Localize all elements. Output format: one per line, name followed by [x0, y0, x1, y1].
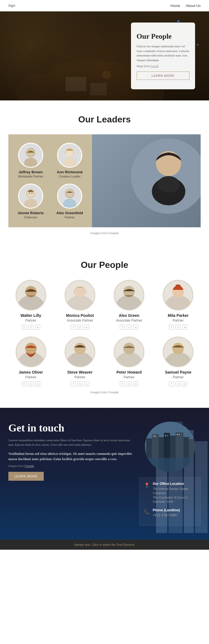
- linkedin-icon[interactable]: in: [133, 381, 138, 386]
- person-card-samuel: Samuel Payne Partner f ◻ in: [156, 337, 201, 386]
- linkedin-icon[interactable]: in: [35, 325, 40, 330]
- hero-description: Ultrices leo integer malesuada nunc vel …: [137, 44, 189, 62]
- leader-name-jeffrey: Jeffrey Brown: [14, 170, 47, 174]
- hero-section: Our People Ultrices leo integer malesuad…: [0, 11, 209, 100]
- contact-learn-more-button[interactable]: LEARN MORE: [8, 472, 44, 481]
- leader-title-jennie: Chairman: [14, 216, 47, 219]
- facebook-icon[interactable]: f: [169, 325, 174, 330]
- person-card-alex-green: Alex Green Associate Partner f ◻ in: [107, 280, 152, 330]
- instagram-icon[interactable]: ◻: [77, 381, 82, 386]
- person-avatar-mila: [163, 280, 193, 310]
- facebook-icon[interactable]: f: [71, 381, 76, 386]
- facebook-icon[interactable]: f: [120, 325, 125, 330]
- facebook-icon[interactable]: f: [71, 325, 76, 330]
- hero-card: Our People Ultrices leo integer malesuad…: [131, 23, 195, 89]
- svg-point-56: [25, 343, 37, 354]
- linkedin-icon[interactable]: in: [182, 381, 187, 386]
- person-name-james: James Oliver: [8, 370, 53, 374]
- instagram-icon[interactable]: ◻: [127, 381, 132, 386]
- leader-name-ann: Ann Richmond: [53, 170, 86, 174]
- leader-avatar-jennie: [18, 184, 43, 209]
- instagram-icon[interactable]: ◻: [77, 325, 82, 330]
- phone-label: Phone (Landline): [153, 508, 180, 512]
- facebook-icon[interactable]: f: [22, 381, 27, 386]
- nav-about[interactable]: About Us: [186, 4, 201, 8]
- svg-point-54: [176, 284, 181, 287]
- instagram-icon[interactable]: ◻: [28, 325, 33, 330]
- linkedin-icon[interactable]: in: [84, 381, 89, 386]
- hero-title: Our People: [137, 32, 189, 41]
- svg-point-37: [31, 193, 33, 194]
- svg-rect-92: [145, 458, 195, 472]
- contact-left: Get in touch Laoreet suspendisse interdu…: [8, 422, 139, 526]
- linkedin-icon[interactable]: in: [35, 381, 40, 386]
- linkedin-icon[interactable]: in: [182, 325, 187, 330]
- person-card-peter: Peter Howard Partner f ◻ in: [107, 337, 152, 386]
- leader-title-jeffrey: Worldwide Partner: [14, 175, 47, 178]
- leader-title-ann: Creative Leader: [53, 175, 86, 178]
- people-grid: Walter Lilly Partner f ◻ in Monica Pouli…: [8, 280, 201, 386]
- svg-rect-8: [90, 83, 107, 95]
- leaders-photo: [92, 134, 201, 227]
- phone-icon: 📞: [144, 509, 150, 515]
- person-avatar-monica: [65, 280, 95, 310]
- person-avatar-walter: [16, 280, 46, 310]
- leader-card-alex-g: Alex Greenfield Partner: [53, 184, 86, 219]
- person-avatar-steve: [65, 337, 95, 367]
- office-label: Our Office Location: [153, 482, 196, 486]
- leader-name-alex-g: Alex Greenfield: [53, 211, 86, 215]
- facebook-icon[interactable]: f: [169, 381, 174, 386]
- svg-rect-87: [155, 436, 156, 437]
- contact-bold-text: Vestibulum lorem sed risus ultrices tris…: [8, 451, 134, 462]
- svg-point-4: [9, 74, 32, 97]
- svg-point-60: [123, 343, 135, 354]
- leader-avatar-alex-g: [57, 184, 82, 209]
- instagram-icon[interactable]: ◻: [176, 381, 181, 386]
- navigation: logo Home About Us: [0, 0, 209, 11]
- instagram-icon[interactable]: ◻: [127, 325, 132, 330]
- svg-point-31: [63, 158, 76, 167]
- facebook-icon[interactable]: f: [120, 381, 125, 386]
- svg-point-49: [74, 286, 86, 298]
- social-icons-samuel: f ◻ in: [156, 381, 201, 386]
- person-name-mila: Mila Parker: [156, 313, 201, 318]
- person-avatar-james: [16, 337, 46, 367]
- svg-rect-89: [167, 435, 168, 436]
- person-role-monica: Associate Partner: [57, 319, 102, 322]
- svg-point-28: [24, 158, 37, 167]
- instagram-icon[interactable]: ◻: [28, 381, 33, 386]
- social-icons-mila: f ◻ in: [156, 325, 201, 330]
- linkedin-icon[interactable]: in: [133, 325, 138, 330]
- person-card-monica: Monica Pouliot Associate Partner f ◻ in: [57, 280, 102, 330]
- office-company: The Interior Design Studio Company: [153, 487, 196, 495]
- contact-description: Laoreet suspendisse interdum consectetur…: [8, 438, 134, 447]
- people-title: Our People: [8, 260, 201, 270]
- svg-rect-86: [153, 436, 154, 437]
- person-card-james: James Oliver Partner f ◻ in: [8, 337, 53, 386]
- person-name-steve: Steve Weaver: [57, 370, 102, 374]
- footer: Sample text. Click to select the Text El…: [0, 540, 209, 550]
- instagram-icon[interactable]: ◻: [176, 325, 181, 330]
- contact-image-credit: Images from Freepik: [8, 465, 134, 468]
- people-section: Our People Walter Lilly Partner f ◻ in: [0, 249, 209, 408]
- linkedin-icon[interactable]: in: [84, 325, 89, 330]
- person-avatar-peter: [114, 337, 144, 367]
- hero-learn-more-button[interactable]: LEARN MORE: [137, 71, 189, 80]
- leaders-grid-box: Jeffrey Brown Worldwide Partner: [8, 134, 92, 227]
- svg-rect-88: [165, 435, 166, 436]
- person-card-steve: Steve Weaver Partner f ◻ in: [57, 337, 102, 386]
- person-avatar-samuel: [163, 337, 193, 367]
- person-role-mila: Partner: [156, 319, 201, 322]
- leader-card-jeffrey: Jeffrey Brown Worldwide Partner: [14, 143, 47, 178]
- nav-home[interactable]: Home: [171, 4, 180, 8]
- office-info: 📍 Our Office Location The Interior Desig…: [144, 482, 196, 504]
- person-card-mila: Mila Parker Partner f ◻ in: [156, 280, 201, 330]
- leader-avatar-ann: [57, 143, 82, 168]
- person-name-peter: Peter Howard: [107, 370, 152, 374]
- phone-info: 📞 Phone (Landline) +912 3 567 8987: [144, 508, 196, 517]
- person-name-samuel: Samuel Payne: [156, 370, 201, 374]
- social-icons-monica: f ◻ in: [57, 325, 102, 330]
- svg-point-45: [171, 168, 178, 173]
- facebook-icon[interactable]: f: [22, 325, 27, 330]
- social-icons-steve: f ◻ in: [57, 381, 102, 386]
